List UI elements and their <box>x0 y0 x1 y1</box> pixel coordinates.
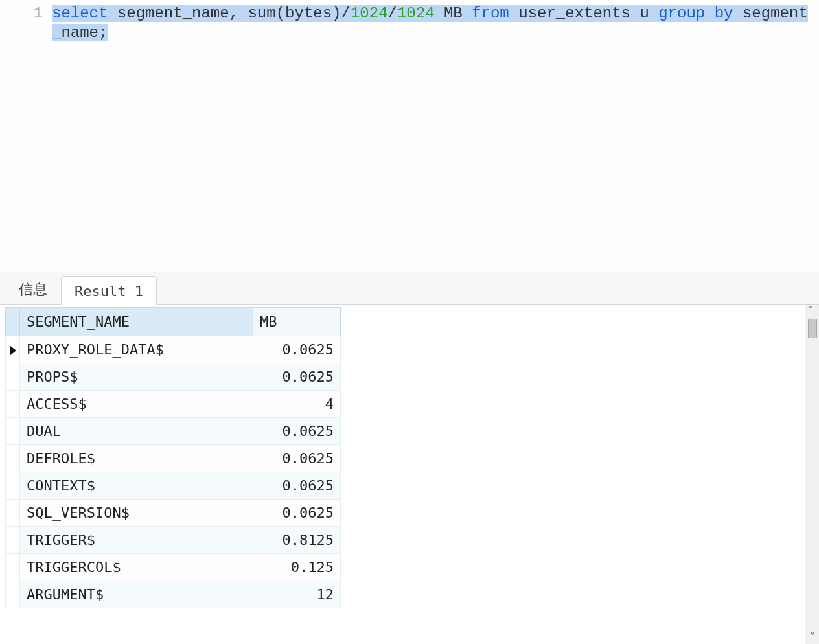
results-grid-area[interactable]: SEGMENT_NAME MB PROXY_ROLE_DATA$0.0625PR… <box>0 305 805 644</box>
sql-alias: MB <box>444 5 463 22</box>
editor-code-area[interactable]: select segment_name, sum(bytes)/1024/102… <box>52 4 819 272</box>
table-row[interactable]: DUAL0.0625 <box>6 418 341 445</box>
table-row[interactable]: PROXY_ROLE_DATA$0.0625 <box>6 336 341 363</box>
cell-segment-name[interactable]: ARGUMENT$ <box>20 581 253 608</box>
sql-number: 1024 <box>397 5 435 22</box>
cell-mb[interactable]: 0.0625 <box>253 445 341 472</box>
table-row[interactable]: PROPS$0.0625 <box>6 363 341 391</box>
cell-mb[interactable]: 0.0625 <box>253 336 341 363</box>
scroll-up-icon[interactable]: ˄ <box>808 306 817 316</box>
sql-selected-text[interactable]: select segment_name, sum(bytes)/1024/102… <box>52 5 808 41</box>
cell-mb[interactable]: 0.0625 <box>253 500 341 527</box>
table-row[interactable]: ACCESS$4 <box>6 391 341 418</box>
current-row-pointer-icon <box>10 345 16 356</box>
row-indicator-cell[interactable] <box>6 472 20 500</box>
table-row[interactable]: ARGUMENT$12 <box>6 581 341 608</box>
scroll-thumb[interactable] <box>808 319 817 338</box>
cell-segment-name[interactable]: DEFROLE$ <box>20 445 253 472</box>
line-number: 1 <box>0 4 43 23</box>
cell-mb[interactable]: 0.0625 <box>253 363 341 391</box>
row-indicator-cell[interactable] <box>6 554 20 581</box>
sql-number: 1024 <box>351 5 388 22</box>
row-indicator-cell[interactable] <box>6 445 20 472</box>
sql-identifier: segment_name <box>117 5 229 22</box>
results-table[interactable]: SEGMENT_NAME MB PROXY_ROLE_DATA$0.0625PR… <box>5 307 341 608</box>
sql-keyword: group by <box>658 5 733 22</box>
cell-mb[interactable]: 4 <box>253 391 341 418</box>
tab-info[interactable]: 信息 <box>5 273 61 305</box>
vertical-scrollbar[interactable]: ˄ ˅ <box>805 305 819 644</box>
table-row[interactable]: DEFROLE$0.0625 <box>6 445 341 472</box>
table-row[interactable]: SQL_VERSION$0.0625 <box>6 500 341 527</box>
cell-mb[interactable]: 0.8125 <box>253 527 341 554</box>
table-row[interactable]: CONTEXT$0.0625 <box>6 472 341 500</box>
row-indicator-cell[interactable] <box>6 336 20 363</box>
row-indicator-cell[interactable] <box>6 581 20 608</box>
row-indicator-cell[interactable] <box>6 527 20 554</box>
cell-segment-name[interactable]: PROPS$ <box>20 363 253 391</box>
column-header-segment-name[interactable]: SEGMENT_NAME <box>20 308 253 336</box>
tab-result-1[interactable]: Result 1 <box>61 276 157 305</box>
cell-segment-name[interactable]: DUAL <box>20 418 253 445</box>
row-indicator-cell[interactable] <box>6 500 20 527</box>
cell-segment-name[interactable]: SQL_VERSION$ <box>20 500 253 527</box>
cell-segment-name[interactable]: CONTEXT$ <box>20 472 253 500</box>
scroll-down-icon[interactable]: ˅ <box>810 632 815 643</box>
cell-mb[interactable]: 0.0625 <box>253 472 341 500</box>
row-header-corner <box>6 308 20 336</box>
sql-function: sum(bytes)/ <box>248 5 350 22</box>
cell-mb[interactable]: 12 <box>253 581 341 608</box>
cell-mb[interactable]: 0.0625 <box>253 418 341 445</box>
cell-segment-name[interactable]: TRIGGER$ <box>20 527 253 554</box>
results-tabbar: 信息 Result 1 <box>0 272 819 305</box>
table-row[interactable]: TRIGGERCOL$0.125 <box>6 554 341 581</box>
row-indicator-cell[interactable] <box>6 363 20 391</box>
sql-table: user_extents u <box>518 5 649 22</box>
cell-segment-name[interactable]: PROXY_ROLE_DATA$ <box>20 336 253 363</box>
cell-segment-name[interactable]: TRIGGERCOL$ <box>20 554 253 581</box>
results-pane: SEGMENT_NAME MB PROXY_ROLE_DATA$0.0625PR… <box>0 305 819 644</box>
row-indicator-cell[interactable] <box>6 391 20 418</box>
editor-gutter: 1 <box>0 4 52 272</box>
table-row[interactable]: TRIGGER$0.8125 <box>6 527 341 554</box>
cell-mb[interactable]: 0.125 <box>253 554 341 581</box>
sql-keyword: from <box>472 5 509 22</box>
column-header-mb[interactable]: MB <box>253 308 341 336</box>
sql-keyword: select <box>52 5 108 22</box>
cell-segment-name[interactable]: ACCESS$ <box>20 391 253 418</box>
sql-editor[interactable]: 1 select segment_name, sum(bytes)/1024/1… <box>0 0 819 272</box>
row-indicator-cell[interactable] <box>6 418 20 445</box>
